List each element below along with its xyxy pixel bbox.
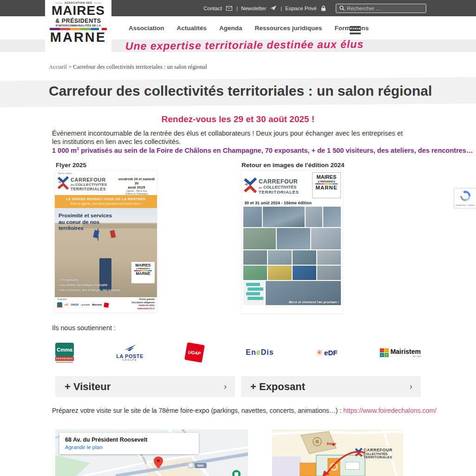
photo-thumb (277, 228, 310, 249)
page: Contact | Newsletter | Espace Privé (0, 0, 476, 476)
breadcrumb-separator: > (68, 64, 72, 70)
flyer-parrains: 6 parrains (58, 298, 67, 300)
photo-thumb (243, 250, 267, 265)
main-nav: Association Actualités Agenda Ressources… (129, 16, 369, 39)
search-input[interactable] (347, 6, 421, 11)
enedis-chip: ENEDIS (71, 304, 79, 306)
envelope-icon (226, 6, 232, 11)
espace-prive-link[interactable]: Espace Privé (285, 6, 317, 11)
sponsor-mairistem-logo[interactable]: »↗ Mairistem BY JVS (380, 348, 421, 358)
photo-thumb (306, 207, 322, 227)
carrefour-logo: CARREFOUR desCOLLECTIVITÉS TERRITORIALES (57, 176, 107, 192)
maires-marne-mini-logo: MAIRES & PRÉSIDENTS MARNE (312, 172, 341, 198)
edf-chip: eDF (65, 304, 69, 306)
photo-thumb (243, 266, 267, 280)
edition2024-heading: Retour en images de l'édition 2024 (241, 162, 345, 169)
flyer-banner: LE GRAND RENDEZ-VOUS DE LA RENTRÉE Élus … (55, 195, 157, 208)
map-enlarge-link[interactable]: Agrandir le plan (65, 444, 193, 450)
photo-thumb (263, 207, 305, 227)
tagline: Une expertise territoriale destinée aux … (125, 38, 364, 52)
separator: | (280, 6, 282, 11)
logo-intercommunalites: D'INTERCOMMUNALITÉS DE LA (45, 24, 111, 27)
prepare-visit-text: Préparez votre visite sur le site de la … (52, 407, 437, 414)
laposte-bird-icon (123, 344, 137, 353)
search-box (336, 4, 426, 13)
google-map-embed[interactable]: Av. des Alliés Jacques Simon N44 68 Av. … (55, 430, 248, 476)
flyer-photo: Proximité et services au coeur de nos te… (55, 208, 157, 297)
flyer-bullets: • 70 exposants • des ateliers thématique… (59, 277, 120, 293)
sponsors-row: Cmma ASSURANCE LA POSTE GROUPE UGAP EneD… (55, 337, 421, 368)
search-icon (339, 6, 345, 11)
flyer-2025-image[interactable]: 16ème édition CARREFOUR desCOLLECTIVITÉS… (55, 171, 157, 313)
flyer-dates: vendredi 29 et samedi 30 août 2025 Capit… (117, 177, 156, 195)
ugap-chip (104, 302, 109, 308)
breadcrumb: Accueil > Carrefour des collectivités te… (49, 64, 207, 71)
fairground-plan-image[interactable]: Entrée CARREFOUR COLLECTIVITÉS TERRITORI… (272, 430, 403, 476)
nav-item-ressources-juridiques[interactable]: Ressources juridiques (255, 25, 322, 32)
photo-group-final: Merci et vivement l'an prochain ! (266, 281, 341, 305)
nav-item-association[interactable]: Association (129, 25, 164, 32)
flyer-photo-slogan: Proximité et services au coeur de nos te… (59, 213, 114, 232)
photo-thumb (243, 228, 276, 249)
recaptcha-caption: Confidentialité - Conditions (454, 204, 476, 206)
recaptcha-icon (460, 195, 471, 203)
carrefour-chevrons-icon (57, 176, 69, 192)
contact-link[interactable]: Contact (203, 6, 222, 11)
top-bar-links: Contact | Newsletter | Espace Privé (203, 0, 426, 16)
photo-thumb (323, 207, 341, 227)
carrefour-chevrons-icon (355, 447, 363, 459)
nav-item-actualites[interactable]: Actualités (177, 25, 207, 32)
newsletter-link[interactable]: Newsletter (241, 6, 266, 11)
foiredechalons-link[interactable]: https://www.foiredechalons.com/ (343, 407, 437, 414)
flyer-footer-info: Entrée gratuite Inscription obligatoire … (132, 298, 155, 310)
sponsor-enedis-logo[interactable]: EneDis (246, 348, 274, 357)
chevron-right-icon: › (224, 382, 227, 391)
page-title: Carrefour des collectivités territoriale… (49, 83, 432, 99)
cmma-chip (57, 302, 62, 307)
map-address: 68 Av. du Président Roosevelt (65, 437, 193, 443)
carrefour-chevrons-icon (243, 177, 257, 196)
photo-thumb (268, 250, 292, 265)
sponsor-edf-logo[interactable]: ✳ eDF (316, 349, 338, 357)
flyer-edition: 16ème édition (58, 172, 72, 175)
flyer-heading: Flyer 2025 (56, 162, 86, 169)
sponsor-cmma-logo[interactable]: Cmma ASSURANCE (55, 343, 74, 363)
event-dates-heading: Rendez-vous les 29 et 30 août 2025 ! (0, 114, 476, 124)
intro-paragraph: Événement incontournable de la rentrée d… (52, 130, 410, 146)
photo-thumb (317, 266, 341, 280)
logo-marne: MARNE (45, 31, 111, 44)
photo-thumb (311, 228, 341, 249)
carrefour-logo: CARREFOUR COLLECTIVITÉS TERRITORIALES (355, 447, 392, 459)
edition-2024-closing: Merci et vivement l'an prochain ! (289, 300, 339, 304)
edition-2024-collage-image[interactable]: CARREFOUR des COLLECTIVITÉS TERRITORIALE… (241, 170, 343, 313)
logo-presidents: & PRÉSIDENTS (45, 18, 111, 24)
mairistem-icon: »↗ (380, 348, 389, 357)
sponsor-ugap-logo[interactable]: UGAP (186, 344, 203, 361)
highlight-paragraph: 1 000 m2 privatisés au sein de la Foire … (52, 146, 473, 154)
exposant-accordion-button[interactable]: + Exposant › (241, 376, 421, 397)
plan-entree-label: Entrée (327, 442, 336, 445)
hamburger-menu-icon[interactable] (350, 26, 361, 36)
route-badge: N44 (197, 464, 203, 467)
chevron-right-icon: › (410, 382, 412, 391)
recaptcha-badge[interactable]: Confidentialité - Conditions (454, 188, 476, 209)
edition-2024-dateline: 30 et 31 août 2024 - 15ème édition (244, 201, 341, 205)
sponsors-heading: Ils nous soutiennent : (52, 324, 116, 332)
separator: | (236, 6, 238, 11)
breadcrumb-current: Carrefour des collectivités territoriale… (73, 64, 207, 70)
visiteur-accordion-button[interactable]: + Visiteur › (55, 376, 235, 397)
sponsor-laposte-logo[interactable]: LA POSTE GROUPE (116, 344, 143, 361)
carrefour-logo: CARREFOUR des COLLECTIVITÉS TERRITORIALE… (243, 172, 299, 200)
maires-marne-mini-logo: MAIRES & PRÉSIDENTS MARNE (131, 262, 155, 283)
signpost-graphic (243, 281, 265, 305)
breadcrumb-home[interactable]: Accueil (49, 64, 67, 70)
edf-flame-icon: ✳ (316, 349, 323, 357)
mairistem-chip: Mairistem (92, 304, 102, 306)
nav-item-agenda[interactable]: Agenda (219, 25, 242, 32)
paper-plane-icon (270, 6, 276, 11)
photo-thumb (268, 266, 292, 280)
flyer-footer: 6 parrains eDF ENEDIS LA POSTE Mairistem… (55, 297, 157, 313)
lock-icon (321, 6, 326, 11)
site-logo[interactable]: ASSOCIATION DES MAIRES & PRÉSIDENTS D'IN… (45, 0, 111, 52)
photo-thumb (243, 207, 262, 227)
